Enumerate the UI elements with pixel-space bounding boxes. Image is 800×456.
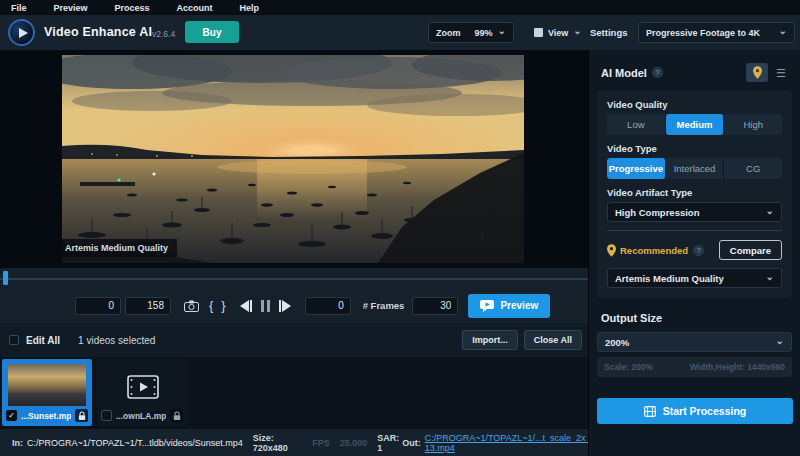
current-frame-input[interactable]	[75, 297, 121, 315]
lock-icon	[75, 409, 88, 422]
pin-icon	[753, 66, 762, 79]
type-progressive-button[interactable]: Progressive	[607, 158, 666, 179]
view-control[interactable]: View	[528, 22, 588, 43]
video-preview-area: Artemis Medium Quality	[0, 50, 588, 268]
chevron-down-icon	[498, 28, 506, 38]
output-size-label: Output Size	[601, 312, 788, 324]
video-frame[interactable]: Artemis Medium Quality	[62, 55, 524, 263]
recommended-label: Recommended	[620, 245, 688, 256]
width-height-text: Width,Height: 1440x960	[690, 362, 785, 372]
import-button[interactable]: Import...	[462, 330, 518, 350]
menu-preview[interactable]: Preview	[54, 3, 88, 13]
downla-checkbox[interactable]	[101, 410, 112, 421]
chevron-down-icon	[779, 28, 787, 38]
video-type-label: Video Type	[607, 143, 782, 154]
in-path: C:/PROGRA~1/TOPAZL~1/T...tldb/videos/Sun…	[27, 438, 243, 448]
divider	[607, 230, 782, 231]
buy-button[interactable]: Buy	[185, 21, 239, 43]
step-forward-button[interactable]	[279, 300, 291, 312]
sar-value: SAR: 1	[377, 433, 402, 453]
menu-file[interactable]: File	[11, 3, 27, 13]
artifact-type-select[interactable]: High Compression	[607, 202, 782, 222]
edit-all-label: Edit All	[26, 335, 60, 346]
scale-text: Scale: 200%	[604, 362, 653, 372]
help-icon[interactable]: ?	[652, 67, 663, 78]
view-label: View	[548, 28, 568, 38]
step-back-button[interactable]	[240, 300, 252, 312]
timeline-playhead[interactable]	[3, 271, 8, 285]
list-view-toggle[interactable]: ☰	[770, 63, 792, 82]
settings-preset-select[interactable]: Progressive Footage to 4K	[638, 22, 795, 43]
settings-panel: AI Model ? ☰ Video Quality Low Medium	[588, 50, 800, 456]
fps-value: 25.000	[340, 438, 368, 448]
scale-info-row: Scale: 200% Width,Height: 1440x960	[597, 357, 792, 377]
close-all-button[interactable]: Close All	[524, 330, 582, 350]
preview-bubble-icon	[480, 300, 494, 312]
set-start-brace-button[interactable]: {	[205, 298, 217, 313]
list-icon: ☰	[776, 68, 786, 78]
video-thumbnail-downla[interactable]: ...ownLA.mp4	[97, 359, 187, 426]
zoom-control[interactable]: Zoom 99%	[428, 22, 514, 43]
quality-low-button[interactable]: Low	[607, 114, 666, 135]
in-label: In:	[12, 438, 23, 448]
chevron-down-icon	[573, 28, 581, 38]
menu-process[interactable]: Process	[115, 3, 150, 13]
playback-toolbar: { } # Frames Preview	[0, 288, 588, 323]
output-size-value: 200%	[605, 337, 629, 348]
app-logo-icon	[8, 19, 35, 46]
settings-preset-value: Progressive Footage to 4K	[646, 28, 760, 38]
quality-medium-button[interactable]: Medium	[666, 114, 725, 135]
timeline[interactable]	[0, 268, 588, 288]
artifact-type-value: High Compression	[615, 207, 699, 218]
recommended-view-toggle[interactable]	[746, 63, 768, 82]
set-end-brace-button[interactable]: }	[217, 298, 229, 313]
recommended-model-value: Artemis Medium Quality	[615, 273, 724, 284]
zoom-value: 99%	[475, 28, 493, 38]
selected-count-text: 1 videos selected	[78, 335, 155, 346]
output-size-select[interactable]: 200%	[597, 332, 792, 352]
app-version: v2.6.4	[152, 29, 175, 39]
sunset-harbor-video	[62, 55, 524, 263]
sunset-checkbox[interactable]: ✓	[6, 410, 17, 421]
pin-icon	[607, 244, 616, 257]
fps-label: FPS	[312, 438, 330, 448]
start-processing-button[interactable]: Start Processing	[597, 398, 793, 424]
chevron-down-icon	[776, 337, 784, 348]
timeline-track[interactable]	[0, 278, 588, 280]
out-label: Out:	[402, 438, 421, 448]
pause-icon	[261, 300, 270, 312]
downla-filename: ...ownLA.mp4	[116, 411, 166, 421]
video-enhance-ai-window: File Preview Process Account Help Video …	[0, 0, 800, 456]
video-quality-segment: Low Medium High	[607, 114, 782, 135]
menu-account[interactable]: Account	[177, 3, 213, 13]
chevron-down-icon	[766, 273, 774, 284]
ai-model-title: AI Model	[601, 67, 647, 79]
frames-label: # Frames	[363, 300, 405, 311]
film-process-icon	[644, 406, 656, 417]
applied-model-overlay: Artemis Medium Quality	[62, 239, 177, 257]
title-bar: Video Enhance AI v2.6.4 Buy Zoom 99% Vie…	[0, 15, 800, 50]
model-settings-box: Video Quality Low Medium High Video Type…	[597, 90, 792, 298]
pause-button[interactable]	[261, 300, 270, 312]
quality-high-button[interactable]: High	[724, 114, 782, 135]
sunset-filename: ...Sunset.mp4	[21, 411, 71, 421]
snapshot-button[interactable]	[184, 300, 199, 312]
camera-icon	[184, 300, 199, 312]
type-cg-button[interactable]: CG	[724, 158, 782, 179]
compare-button[interactable]: Compare	[719, 240, 782, 260]
edit-bar: Edit All 1 videos selected Import... Clo…	[0, 323, 588, 357]
help-icon[interactable]: ?	[693, 245, 704, 256]
lock-icon	[170, 409, 183, 422]
video-thumbnail-sunset[interactable]: ✓ ...Sunset.mp4	[2, 359, 92, 426]
recommended-model-select[interactable]: Artemis Medium Quality	[607, 268, 782, 288]
menu-bar: File Preview Process Account Help	[0, 0, 800, 15]
preview-start-input[interactable]	[305, 297, 351, 315]
frames-count-input[interactable]	[412, 297, 458, 315]
film-icon	[127, 375, 159, 403]
edit-all-checkbox[interactable]	[9, 335, 19, 345]
preview-button[interactable]: Preview	[468, 294, 550, 318]
type-interlaced-button[interactable]: Interlaced	[666, 158, 725, 179]
total-frames-input[interactable]	[125, 297, 171, 315]
menu-help[interactable]: Help	[240, 3, 260, 13]
zoom-label: Zoom	[436, 28, 461, 38]
